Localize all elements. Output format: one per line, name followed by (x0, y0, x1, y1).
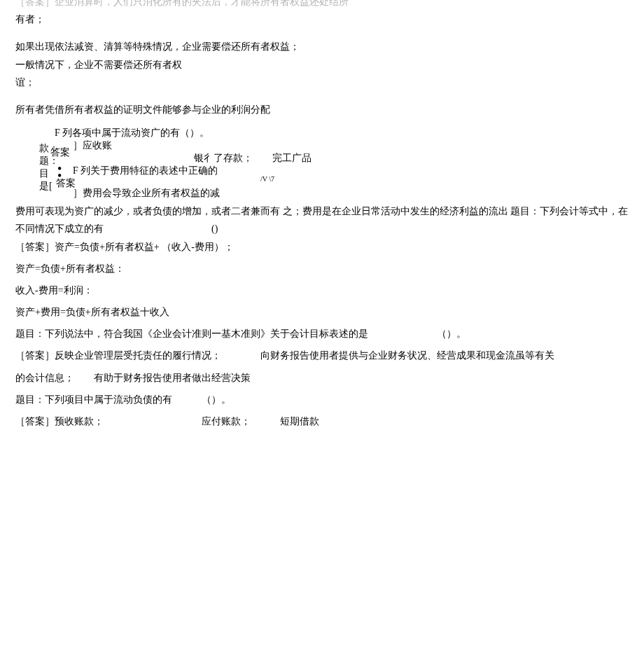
text-line-12: ［答案］反映企业管理层受托责任的履行情况； 向财务报告使用者提供与企业财务状况、… (15, 347, 629, 364)
text-line-1: 有者； (15, 11, 629, 28)
text-line-10: 资产+费用=负债+所有者权益十收入 (15, 303, 629, 321)
text-line-6: 费用可表现为资广的减少，或者负债的增加，或者二者兼而有 之；费用是在企业日常活动… (15, 202, 629, 237)
text-line-9: 收入-费用=利润： (15, 282, 629, 299)
text-line-11: 题目：下列说法中，符合我国《企业会计准则一基木准则》关于会计目标表述的是 （）。 (15, 325, 629, 343)
text-line-14: 题目：下列项目中属于流动负债的有 （）。 (15, 391, 629, 408)
fragment-f: [ (49, 177, 52, 195)
text-line-8: 资产=负债+所有者权益： (15, 260, 629, 277)
text-line-13: 的会计信息； 有助于财务报告使用者做出经营决策 (15, 369, 629, 387)
fragment-i: ］应收账 (73, 137, 112, 154)
text-line-3: 一般情况下，企业不需要偿还所有者权 (15, 56, 629, 74)
fragment-dot2: • (57, 165, 62, 187)
fragment-m: ］费用会导致企业所有者权益的减 (73, 184, 220, 202)
fragment-l: /V \7 (260, 173, 274, 186)
text-line-15: ［答案］预收账款； 应付账款； 短期借款 (15, 413, 629, 430)
text-line-5: 所有者凭借所有者权益的证明文件能够参与企业的利润分配 (15, 101, 629, 118)
text-line-7: ［答案］资产=负债+所有者权益+ （收入-费用）； (15, 238, 629, 256)
text-line-2: 如果出现依法减资、清算等特殊情况，企业需要偿还所有者权益； (15, 38, 629, 55)
text-line-4: 谊； (15, 74, 629, 91)
cutoff-text: ［答案］企业消算时，人们只消化所有的夹法后，才能将所有者权益还处结所 (15, 0, 629, 11)
fragment-e: 是 (39, 177, 49, 195)
fragmented-text-zone: F 列各项中属于流动资广的有（）。 款 题 目 是 [ 答案 答案 ： ： • … (15, 124, 629, 194)
fragment-k: F 列关于费用特征的表述中正确的 (73, 162, 218, 179)
